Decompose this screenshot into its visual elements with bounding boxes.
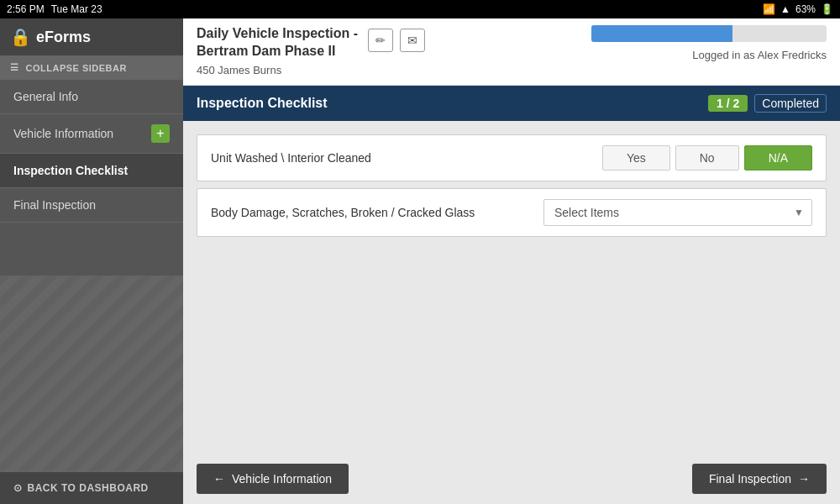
battery-icon: 🔋 (821, 3, 833, 15)
section-header: Inspection Checklist 1 / 2 Completed (183, 86, 840, 121)
back-to-dashboard-label: BACK TO DASHBOARD (28, 482, 149, 494)
vehicle-information-label: Vehicle Information (13, 127, 113, 140)
header-actions: ✏ ✉ (368, 29, 425, 52)
hamburger-icon: ☰ (10, 62, 19, 73)
yes-button[interactable]: Yes (602, 145, 670, 171)
header-right: Logged in as Alex Fredricks (591, 25, 827, 61)
form-row-body-damage: Body Damage, Scratches, Broken / Cracked… (197, 188, 827, 237)
yes-label: Yes (627, 151, 646, 165)
top-header: Daily Vehicle Inspection - Bertram Dam P… (183, 18, 840, 86)
status-bar: 2:56 PM Tue Mar 23 📶 ▲ 63% 🔋 (0, 0, 840, 18)
header-title-line1: Daily Vehicle Inspection - (197, 25, 358, 43)
sidebar: 🔒 eForms ☰ COLLAPSE SIDEBAR General Info… (0, 18, 183, 504)
no-button[interactable]: No (675, 145, 739, 171)
logo-text: eForms (36, 29, 91, 46)
sidebar-nav: General Info Vehicle Information + Inspe… (0, 80, 183, 276)
section-title: Inspection Checklist (197, 96, 328, 111)
body-damage-label: Body Damage, Scratches, Broken / Cracked… (211, 206, 543, 219)
back-button[interactable]: ← Vehicle Information (197, 464, 349, 494)
general-info-label: General Info (13, 90, 78, 103)
nav-buttons: ← Vehicle Information Final Inspection → (183, 454, 840, 504)
header-title-block: Daily Vehicle Inspection - Bertram Dam P… (197, 25, 358, 76)
forward-button[interactable]: Final Inspection → (692, 464, 827, 494)
header-title-line2: Bertram Dam Phase II (197, 43, 358, 60)
sidebar-item-final-inspection[interactable]: Final Inspection (0, 188, 183, 223)
back-arrow-icon: ← (213, 472, 225, 486)
edit-icon: ✏ (375, 34, 386, 47)
signal-icon: ▲ (780, 3, 790, 15)
mail-button[interactable]: ✉ (400, 29, 425, 52)
header-left: Daily Vehicle Inspection - Bertram Dam P… (197, 25, 425, 76)
back-button-label: Vehicle Information (232, 472, 332, 486)
sidebar-item-inspection-checklist[interactable]: Inspection Checklist (0, 154, 183, 188)
collapse-sidebar-button[interactable]: ☰ COLLAPSE SIDEBAR (0, 55, 183, 80)
na-button[interactable]: N/A (744, 145, 812, 171)
logged-in-text: Logged in as Alex Fredricks (692, 49, 827, 61)
progress-bar-container (591, 25, 827, 42)
no-label: No (700, 151, 715, 165)
inspection-checklist-label: Inspection Checklist (13, 164, 128, 177)
app-container: 🔒 eForms ☰ COLLAPSE SIDEBAR General Info… (0, 18, 840, 504)
mail-icon: ✉ (407, 34, 417, 47)
sidebar-item-general-info[interactable]: General Info (0, 80, 183, 114)
sidebar-item-vehicle-information[interactable]: Vehicle Information + (0, 114, 183, 154)
unit-washed-controls: Yes No N/A (602, 145, 812, 171)
status-bar-right: 📶 ▲ 63% 🔋 (763, 3, 833, 15)
final-inspection-label: Final Inspection (13, 198, 96, 212)
battery-percent: 63% (795, 3, 816, 15)
time: 2:56 PM (7, 3, 45, 15)
header-subtitle: 450 James Burns (197, 64, 358, 76)
forward-arrow-icon: → (798, 472, 810, 486)
status-badge: Completed (754, 94, 827, 113)
sidebar-header: 🔒 eForms (0, 18, 183, 55)
date: Tue Mar 23 (51, 3, 102, 15)
collapse-label: COLLAPSE SIDEBAR (26, 63, 127, 73)
wifi-icon: 📶 (763, 3, 775, 15)
status-bar-left: 2:56 PM Tue Mar 23 (7, 3, 102, 15)
sidebar-logo: 🔒 eForms (10, 27, 91, 47)
forward-button-label: Final Inspection (709, 472, 791, 486)
form-area: Unit Washed \ Interior Cleaned Yes No N/… (183, 121, 840, 454)
na-label: N/A (769, 151, 788, 165)
main-content: Daily Vehicle Inspection - Bertram Dam P… (183, 18, 840, 504)
unit-washed-label: Unit Washed \ Interior Cleaned (211, 151, 602, 165)
progress-counter: 1 / 2 (708, 95, 748, 112)
progress-bar-fill (591, 25, 732, 42)
edit-button[interactable]: ✏ (368, 29, 393, 52)
sidebar-bg-area (0, 276, 183, 471)
sidebar-footer: ⊙ BACK TO DASHBOARD (0, 471, 183, 504)
vehicle-information-add-button[interactable]: + (151, 124, 170, 143)
select-items-wrapper: Select Items ▼ (543, 199, 812, 226)
lock-icon: 🔒 (10, 27, 31, 47)
back-icon: ⊙ (13, 482, 23, 494)
back-to-dashboard-button[interactable]: ⊙ BACK TO DASHBOARD (13, 482, 170, 494)
form-row-unit-washed: Unit Washed \ Interior Cleaned Yes No N/… (197, 134, 827, 181)
section-badge-group: 1 / 2 Completed (708, 94, 827, 113)
select-items-dropdown[interactable]: Select Items (543, 199, 812, 226)
